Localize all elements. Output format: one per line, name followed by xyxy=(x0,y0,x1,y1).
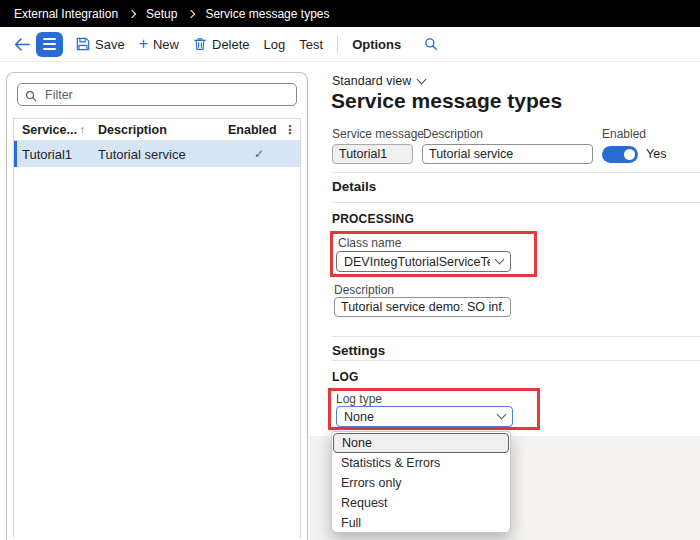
divider xyxy=(332,202,700,203)
options-menu-button[interactable]: Options xyxy=(345,32,408,57)
list-icon xyxy=(43,38,56,40)
divider xyxy=(332,336,700,337)
log-button[interactable]: Log xyxy=(257,32,293,57)
toolbar-divider xyxy=(337,36,338,53)
new-button[interactable]: + New xyxy=(132,32,186,57)
delete-label: Delete xyxy=(212,37,250,52)
delete-button[interactable]: Delete xyxy=(186,32,257,57)
chevron-right-icon xyxy=(187,10,195,18)
list-pane: Service... ↑ Description Enabled ⋮ Tutor… xyxy=(6,72,308,540)
grid-header: Service... ↑ Description Enabled ⋮ xyxy=(14,119,300,141)
dropdown-option-statistics-errors[interactable]: Statistics & Errors xyxy=(333,453,509,473)
settings-section-header[interactable]: Settings xyxy=(332,343,385,358)
log-type-label: Log type xyxy=(336,392,382,406)
table-row[interactable]: Tutorial1 Tutorial service ✓ xyxy=(14,141,300,167)
save-button[interactable]: Save xyxy=(69,32,132,57)
breadcrumb-item-setup[interactable]: Setup xyxy=(146,7,177,21)
processing-group-header: PROCESSING xyxy=(332,212,414,226)
back-arrow-icon xyxy=(14,38,30,51)
details-description-label: Description xyxy=(334,283,394,297)
save-icon xyxy=(76,37,90,51)
column-header-description[interactable]: Description xyxy=(98,123,228,137)
details-description-field[interactable] xyxy=(334,297,511,317)
filter-input[interactable] xyxy=(17,83,297,106)
column-header-service-label: Service... xyxy=(22,123,77,137)
back-button[interactable] xyxy=(10,33,34,56)
action-toolbar: Save + New Delete Log Test Options xyxy=(0,27,700,62)
log-type-value: None xyxy=(344,410,492,424)
enabled-toggle-value: Yes xyxy=(646,147,666,161)
filter-field xyxy=(17,83,297,106)
test-button[interactable]: Test xyxy=(292,32,330,57)
view-selector-label: Standard view xyxy=(332,74,411,88)
dropdown-option-full[interactable]: Full xyxy=(333,513,509,533)
grid-more-options-icon[interactable]: ⋮ xyxy=(284,123,300,137)
breadcrumb: External Integration Setup Service messa… xyxy=(0,0,700,27)
page-title: Service message types xyxy=(331,89,562,113)
list-icon xyxy=(43,43,56,45)
dropdown-option-none[interactable]: None xyxy=(333,433,509,453)
chevron-right-icon xyxy=(128,10,136,18)
new-label: New xyxy=(153,37,179,52)
save-label: Save xyxy=(95,37,125,52)
divider xyxy=(332,172,700,173)
class-name-dropdown[interactable]: DEVIntegTutorialServiceTest xyxy=(336,251,511,272)
chevron-down-icon xyxy=(417,75,427,85)
chevron-down-icon xyxy=(497,410,507,420)
dropdown-option-errors-only[interactable]: Errors only xyxy=(333,473,509,493)
column-header-service[interactable]: Service... ↑ xyxy=(22,123,98,137)
app-root: External Integration Setup Service messa… xyxy=(0,0,700,540)
description-field[interactable] xyxy=(422,144,593,164)
view-selector[interactable]: Standard view xyxy=(332,74,425,88)
log-type-dropdown[interactable]: None xyxy=(336,406,513,427)
chevron-down-icon xyxy=(495,255,505,265)
enabled-toggle[interactable] xyxy=(602,146,638,163)
breadcrumb-item-external-integration[interactable]: External Integration xyxy=(14,7,118,21)
breadcrumb-item-service-message-types[interactable]: Service message types xyxy=(205,7,329,21)
records-grid: Service... ↑ Description Enabled ⋮ Tutor… xyxy=(13,118,301,539)
log-group-header: LOG xyxy=(332,370,359,384)
search-icon xyxy=(424,37,438,51)
test-label: Test xyxy=(299,37,323,52)
description-label: Description xyxy=(423,127,483,141)
options-label: Options xyxy=(352,37,401,52)
trash-icon xyxy=(193,37,207,51)
enabled-check-icon: ✓ xyxy=(244,147,300,161)
plus-icon: + xyxy=(139,38,148,50)
log-label: Log xyxy=(264,37,286,52)
list-pane-toggle-button[interactable] xyxy=(36,32,63,57)
toolbar-search-button[interactable] xyxy=(416,32,446,56)
class-name-label: Class name xyxy=(338,236,401,250)
enabled-label: Enabled xyxy=(602,127,646,141)
cell-service-message: Tutorial1 xyxy=(22,147,98,162)
cell-description: Tutorial service xyxy=(98,147,244,162)
details-section-header[interactable]: Details xyxy=(332,179,376,194)
sort-ascending-icon: ↑ xyxy=(80,124,85,135)
service-message-label: Service message xyxy=(332,127,424,141)
class-name-value: DEVIntegTutorialServiceTest xyxy=(344,255,490,269)
log-type-dropdown-list: None Statistics & Errors Errors only Req… xyxy=(331,431,511,533)
column-header-enabled[interactable]: Enabled xyxy=(228,123,284,137)
toggle-knob xyxy=(624,149,635,160)
filter-search-icon xyxy=(25,88,37,106)
service-message-field[interactable] xyxy=(332,144,413,164)
list-icon xyxy=(43,48,56,50)
dropdown-option-request[interactable]: Request xyxy=(333,493,509,513)
divider xyxy=(332,360,700,361)
